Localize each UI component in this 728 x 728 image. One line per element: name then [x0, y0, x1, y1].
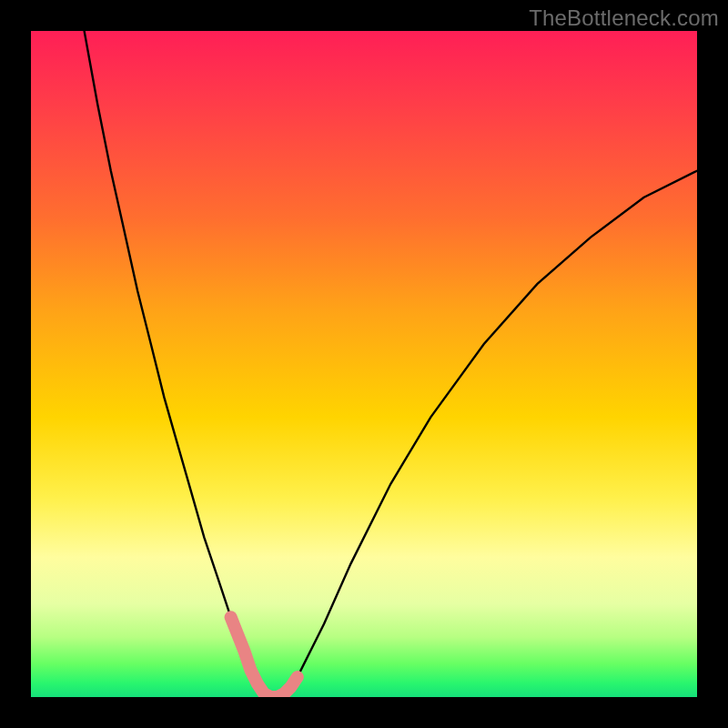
- highlight-segment-path: [231, 617, 298, 697]
- watermark-text: TheBottleneck.com: [529, 5, 719, 31]
- bottleneck-curve-path: [85, 31, 697, 697]
- chart-frame: TheBottleneck.com: [0, 0, 728, 728]
- chart-plot-area: [31, 31, 697, 697]
- chart-svg: [31, 31, 697, 697]
